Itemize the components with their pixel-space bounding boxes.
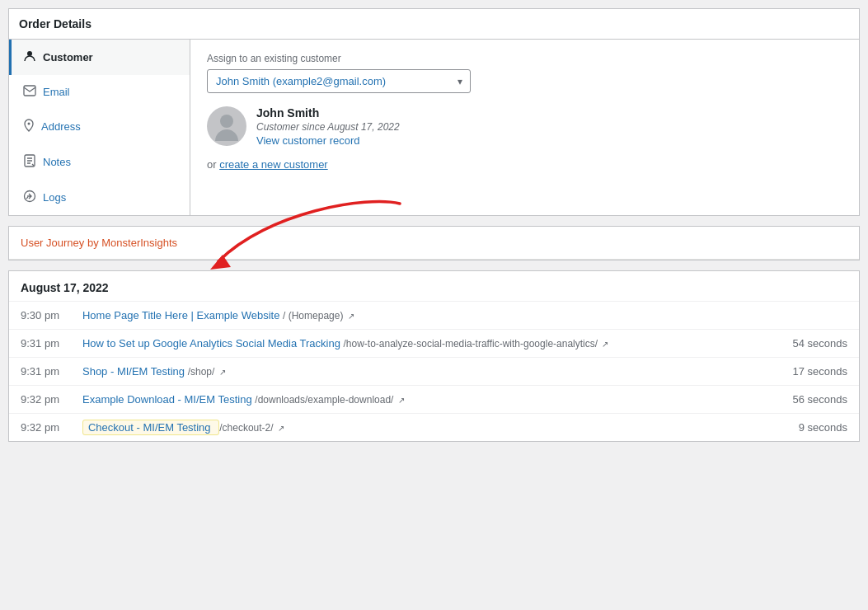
svg-point-0 <box>27 51 32 56</box>
customer-profile: John Smith Customer since August 17, 202… <box>207 106 842 147</box>
external-link-icon: ↗ <box>348 312 354 321</box>
sidebar: Customer Email <box>9 40 190 215</box>
customer-select-wrapper[interactable]: John Smith (example2@gmail.com) ▾ <box>207 69 471 93</box>
duration-cell: 56 seconds <box>781 386 860 414</box>
table-row: 9:30 pm Home Page Title Here | Example W… <box>9 302 859 330</box>
avatar <box>207 106 246 146</box>
address-icon <box>23 119 35 134</box>
sidebar-email-label: Email <box>43 86 70 98</box>
time-cell: 9:31 pm <box>9 358 71 386</box>
user-journey-title: User Journey by MonsterInsights <box>21 237 177 249</box>
duration-cell: 54 seconds <box>781 330 860 358</box>
svg-marker-6 <box>210 255 231 270</box>
journey-table: 9:30 pm Home Page Title Here | Example W… <box>9 301 859 441</box>
duration-cell: 9 seconds <box>781 414 860 442</box>
or-text: or <box>207 158 217 171</box>
page-link[interactable]: Shop - MI/EM Testing <box>82 365 188 378</box>
page-cell: Checkout - MI/EM Testing /checkout-2/ ↗ <box>71 414 781 442</box>
email-icon <box>23 85 36 99</box>
duration-cell: 17 seconds <box>781 358 860 386</box>
external-link-icon: ↗ <box>219 368 226 377</box>
logs-icon <box>23 190 36 205</box>
svg-point-2 <box>28 123 30 125</box>
assign-label: Assign to an existing customer <box>207 53 842 64</box>
table-row: 9:31 pm Shop - MI/EM Testing /shop/ ↗ 17… <box>9 358 859 386</box>
order-details-box: Order Details Customer <box>8 8 860 216</box>
or-create-row: or create a new customer <box>207 158 842 171</box>
page-link[interactable]: Home Page Title Here | Example Website <box>82 309 283 321</box>
time-cell: 9:32 pm <box>9 386 71 414</box>
sidebar-item-email[interactable]: Email <box>9 75 190 109</box>
main-container: Order Details Customer <box>0 0 868 610</box>
customer-info: John Smith Customer since August 17, 202… <box>256 106 400 147</box>
external-link-icon: ↗ <box>278 424 284 433</box>
table-row: 9:32 pm Example Download - MI/EM Testing… <box>9 386 859 414</box>
page-link[interactable]: Checkout - MI/EM Testing <box>88 421 213 434</box>
page-path: /checkout-2/ <box>219 422 276 434</box>
customer-select[interactable]: John Smith (example2@gmail.com) <box>207 69 471 93</box>
sidebar-item-notes[interactable]: Notes <box>9 144 190 180</box>
page-link[interactable]: Example Download - MI/EM Testing <box>82 393 255 406</box>
notes-icon <box>23 154 36 170</box>
svg-rect-1 <box>24 86 35 96</box>
sidebar-item-address[interactable]: Address <box>9 109 190 144</box>
page-cell: Shop - MI/EM Testing /shop/ ↗ <box>71 358 781 386</box>
time-cell: 9:30 pm <box>9 302 71 330</box>
table-row: 9:31 pm How to Set up Google Analytics S… <box>9 330 859 358</box>
checkout-highlight: Checkout - MI/EM Testing <box>82 420 219 435</box>
external-link-icon: ↗ <box>398 396 405 405</box>
duration-cell <box>781 302 860 330</box>
sidebar-logs-label: Logs <box>43 191 66 204</box>
customer-since: Customer since August 17, 2022 <box>256 121 400 133</box>
time-cell: 9:31 pm <box>9 330 71 358</box>
create-new-customer-link[interactable]: create a new customer <box>219 158 328 171</box>
sidebar-item-customer[interactable]: Customer <box>9 40 190 75</box>
page-path: /how-to-analyze-social-media-traffic-wit… <box>344 338 601 350</box>
sidebar-notes-label: Notes <box>43 156 71 168</box>
order-details-title: Order Details <box>9 9 859 40</box>
page-cell: Example Download - MI/EM Testing /downlo… <box>71 386 781 414</box>
sidebar-item-logs[interactable]: Logs <box>9 180 190 215</box>
view-customer-link[interactable]: View customer record <box>256 134 359 147</box>
time-cell: 9:32 pm <box>9 414 71 442</box>
page-cell: How to Set up Google Analytics Social Me… <box>71 330 781 358</box>
user-journey-box: User Journey by MonsterInsights <box>8 226 860 260</box>
journey-content: August 17, 2022 9:30 pm Home Page Title … <box>8 270 860 442</box>
user-journey-header: User Journey by MonsterInsights <box>9 227 859 260</box>
page-path: /shop/ <box>188 366 218 378</box>
page-link[interactable]: How to Set up Google Analytics Social Me… <box>82 337 344 350</box>
journey-date: August 17, 2022 <box>9 271 859 301</box>
table-row: 9:32 pm Checkout - MI/EM Testing /checko… <box>9 414 859 442</box>
page-cell: Home Page Title Here | Example Website /… <box>71 302 781 330</box>
sidebar-customer-label: Customer <box>43 51 93 63</box>
page-path: / (Homepage) <box>283 310 346 321</box>
customer-panel-content: Assign to an existing customer John Smit… <box>190 40 859 215</box>
customer-icon <box>23 49 36 65</box>
svg-point-5 <box>220 115 233 128</box>
external-link-icon: ↗ <box>602 340 608 349</box>
sidebar-address-label: Address <box>41 120 81 133</box>
page-path: /downloads/example-download/ <box>255 394 396 406</box>
order-details-body: Customer Email <box>9 40 859 215</box>
customer-name: John Smith <box>256 106 400 120</box>
